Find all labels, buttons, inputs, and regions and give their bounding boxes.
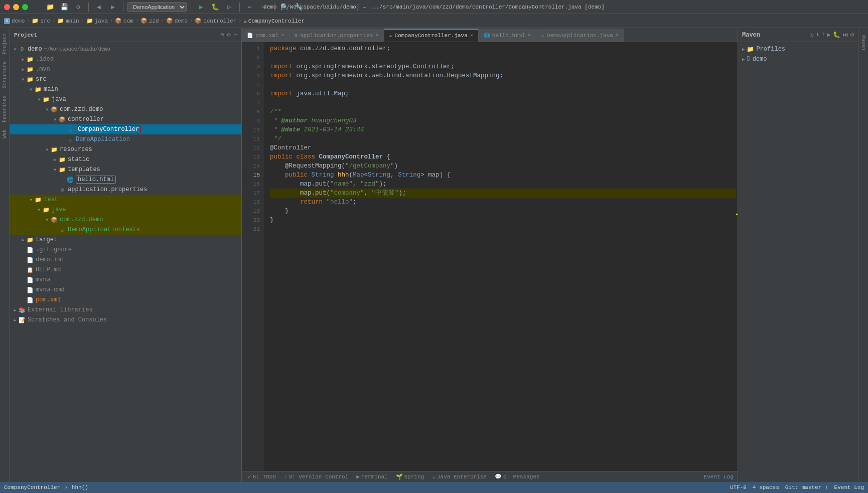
tree-item-gitignore[interactable]: 📄 .gitignore [10, 245, 241, 255]
code-area[interactable]: package com.zzd.demo.controller; import … [264, 42, 738, 471]
breadcrumb-zzd[interactable]: 📦zzd [140, 18, 159, 24]
breadcrumb-demo[interactable]: D demo [4, 18, 25, 24]
tree-item-controller[interactable]: ▼ 📦 controller [10, 114, 241, 124]
maven-settings-icon[interactable]: ⚙ [850, 31, 854, 39]
tree-item-demo-app[interactable]: ☕ DemoApplication [10, 134, 241, 144]
ext-lib-icon: 📚 [18, 306, 26, 314]
breadcrumb-src[interactable]: 📁src [32, 18, 50, 24]
title-bar: 📁 💾 ⚙ ◀ ▶ DemoApplication ▶ 🐛 ▷ ↩ ↪ 🔍 🔧 … [0, 0, 868, 14]
tree-item-ext-libs[interactable]: ▶ 📚 External Libraries [10, 305, 241, 315]
tree-item-pkg-com[interactable]: ▼ 📦 com.zzd.demo [10, 104, 241, 114]
coverage-button[interactable]: ▷ [223, 1, 235, 13]
controller-tab-close[interactable]: × [470, 33, 473, 39]
folder-icon-target: 📁 [26, 236, 34, 244]
breadcrumb-com[interactable]: 📦com [115, 18, 133, 24]
tree-item-mvnw-cmd[interactable]: 📄 mvnw.cmd [10, 285, 241, 295]
sidebar-structure-tab[interactable]: Structure [1, 58, 9, 91]
tree-item-app-props[interactable]: ⚙ application.properties [10, 185, 241, 195]
status-encoding[interactable]: UTF-8 [730, 484, 747, 490]
todo-tab[interactable]: ✓ 6: TODO [246, 471, 278, 482]
tree-item-help-md[interactable]: 📋 HELP.md [10, 265, 241, 275]
pom-tab-close[interactable]: × [281, 33, 284, 38]
maven-debug-icon[interactable]: 🐛 [833, 31, 840, 39]
event-log-link[interactable]: Event Log [704, 474, 734, 480]
tree-item-pom[interactable]: 📄 pom.xml [10, 295, 241, 305]
undo-icon[interactable]: ↩ [244, 1, 256, 13]
terminal-tab[interactable]: ▶ Terminal [354, 471, 389, 482]
tree-item-resources[interactable]: ▼ 📁 resources [10, 144, 241, 154]
props-tab-close[interactable]: × [376, 33, 379, 38]
breadcrumb-company-controller[interactable]: ☕CompanyController [243, 18, 305, 24]
gear-icon[interactable]: ⚙ [227, 31, 231, 39]
spring-tab[interactable]: 🌱 Spring [394, 471, 426, 482]
tree-item-demo-tests[interactable]: ☕ DemoApplicationTests [10, 225, 241, 235]
maximize-button[interactable] [22, 4, 28, 10]
line-num-1: 1 [242, 44, 260, 53]
tree-item-idea[interactable]: ▶ 📁 .idea [10, 54, 241, 64]
tab-demo-app[interactable]: ☕ DemoApplication.java × [536, 29, 624, 42]
settings-icon[interactable]: ⚙ [72, 1, 84, 13]
status-indent[interactable]: 4 spaces [753, 484, 779, 490]
debug-button[interactable]: 🐛 [209, 1, 221, 13]
open-file-icon[interactable]: 📁 [44, 1, 56, 13]
tree-item-java-test[interactable]: ▼ 📁 java [10, 205, 241, 215]
tab-company-controller[interactable]: ☕ CompanyController.java × [384, 29, 479, 42]
minimize-button[interactable] [13, 4, 19, 10]
status-git[interactable]: Git: master ↑ [785, 484, 828, 490]
maven-demo[interactable]: ▶ D demo [740, 54, 856, 64]
java-enterprise-tab[interactable]: ☕ Java Enterprise [430, 471, 489, 482]
messages-tab[interactable]: 💬 0: Messages [493, 471, 542, 482]
tab-pom[interactable]: 📄 pom.xml × [242, 29, 290, 42]
tab-hello[interactable]: 🌐 hello.html × [479, 29, 536, 42]
tree-item-mvnw[interactable]: 📄 mvnw [10, 275, 241, 285]
maven-skip-icon[interactable]: ⏭ [842, 31, 848, 39]
tree-item-demo-root[interactable]: ▼ D demo ~/Workspace/baidu/demo [10, 44, 241, 54]
maven-add-icon[interactable]: + [821, 31, 825, 39]
run-button[interactable]: ▶ [195, 1, 207, 13]
hello-tab-close[interactable]: × [528, 33, 531, 38]
sidebar-web-tab[interactable]: Web [1, 126, 9, 141]
sidebar-favorites-tab[interactable]: Favorites [1, 92, 9, 125]
tree-item-scratches[interactable]: ▶ 📝 Scratches and Consoles [10, 315, 241, 325]
tree-item-mvn[interactable]: ▶ 📁 .mvn [10, 64, 241, 74]
line-num-15: 15 [242, 171, 260, 180]
tree-item-main[interactable]: ▼ 📁 main [10, 84, 241, 94]
forward-icon[interactable]: ▶ [107, 1, 119, 13]
demo-app-tab-close[interactable]: × [616, 33, 619, 38]
hide-icon[interactable]: − [234, 31, 237, 39]
breadcrumb-main[interactable]: 📁main [57, 18, 79, 24]
line-num-19: 19 [242, 207, 260, 216]
tab-app-props[interactable]: ⚙ application.properties × [290, 29, 384, 42]
back-icon[interactable]: ◀ [93, 1, 105, 13]
tree-item-static[interactable]: ▶ 📁 static [10, 154, 241, 165]
locate-icon[interactable]: ⊕ [220, 31, 224, 39]
maven-run-icon[interactable]: ▶ [827, 31, 831, 39]
status-event-log[interactable]: Event Log [834, 484, 864, 490]
tree-label-controller: controller [68, 116, 104, 123]
tree-item-templates[interactable]: ▼ 📁 templates [10, 165, 241, 175]
code-line-18: return "hello"; [270, 198, 738, 207]
close-button[interactable] [4, 4, 10, 10]
tree-item-java[interactable]: ▼ 📁 java [10, 94, 241, 104]
line-num-4: 4 [242, 71, 260, 80]
tree-item-pkg-test[interactable]: ▼ 📦 com.zzd.demo [10, 215, 241, 225]
maven-download-icon[interactable]: ⬇ [816, 31, 819, 39]
maven-profiles[interactable]: ▶ 📁 Profiles [740, 44, 856, 54]
maven-refresh-icon[interactable]: ↻ [810, 31, 814, 39]
maven-sidebar-label[interactable]: Maven [859, 32, 867, 53]
tree-item-test[interactable]: ▼ 📁 test [10, 195, 241, 205]
save-icon[interactable]: 💾 [58, 1, 70, 13]
version-control-tab[interactable]: ↑ 9: Version Control [282, 471, 350, 482]
tree-item-company-controller[interactable]: ☕ CompanyController [10, 124, 241, 134]
tree-item-target[interactable]: ▶ 📁 target [10, 235, 241, 245]
breadcrumb-controller[interactable]: 📦controller [195, 18, 236, 24]
code-line-5 [270, 80, 738, 89]
tree-item-demo-iml[interactable]: 📄 demo.iml [10, 255, 241, 265]
breadcrumb-java[interactable]: 📁java [86, 18, 108, 24]
tree-item-hello-html[interactable]: 🌐 hello.html [10, 175, 241, 185]
sidebar-project-tab[interactable]: Project [1, 30, 9, 57]
tree-item-src[interactable]: ▼ 📁 src [10, 74, 241, 84]
breadcrumb-demo2[interactable]: 📦demo [166, 18, 188, 24]
demo-icon: D [747, 56, 750, 63]
app-selector[interactable]: DemoApplication [127, 2, 187, 12]
